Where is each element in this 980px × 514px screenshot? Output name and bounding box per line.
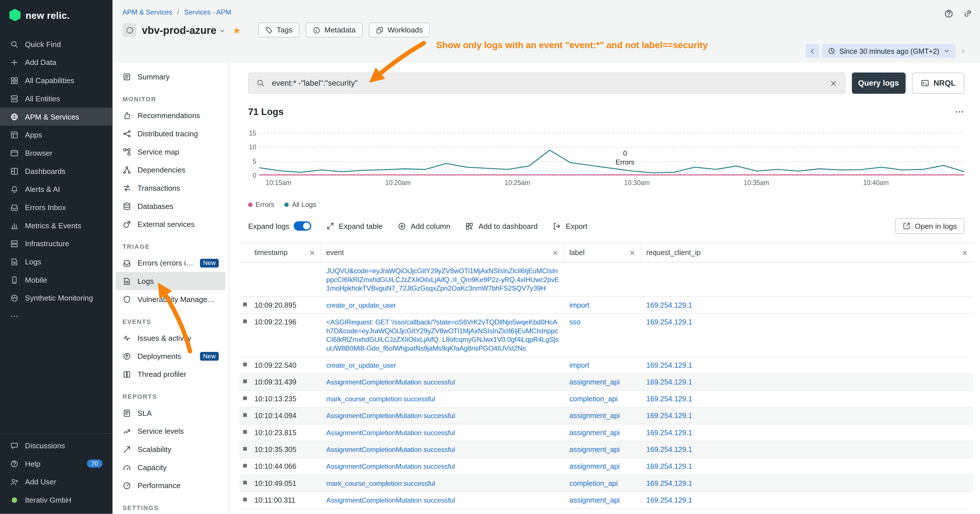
label-link[interactable]: import [570,301,589,309]
breadcrumb-apm-services[interactable]: APM & Services [123,8,172,16]
clear-query-icon[interactable] [829,79,837,88]
favorite-star-icon[interactable]: ★ [232,25,241,35]
sidebar-item-synthetic-monitoring[interactable]: Synthetic Monitoring [0,289,112,307]
subnav-item-transactions[interactable]: Transactions [116,179,226,197]
export-button[interactable]: Export [553,222,587,231]
sidebar-item-logs[interactable]: Logs [0,253,112,271]
legend-errors[interactable]: Errors [248,201,274,208]
ip-link[interactable]: 169.254.129.1 [646,496,692,504]
ip-link[interactable]: 169.254.129.1 [646,361,692,369]
entity-dropdown-chevron-icon[interactable] [219,27,226,34]
tags-button[interactable]: Tags [258,22,299,38]
sidebar-item-more[interactable] [0,307,112,325]
table-row[interactable]: 10:10:35.305AssignmentCompletionMutation… [239,441,973,458]
ip-link[interactable]: 169.254.129.1 [646,301,692,309]
query-logs-button[interactable]: Query logs [852,73,905,94]
event-link[interactable]: mark_course_completion successful [326,479,435,487]
sidebar-item-add-user[interactable]: Add User [0,473,112,491]
subnav-item-summary[interactable]: Summary [116,67,226,86]
column-header-timestamp[interactable]: timestamp [249,243,321,262]
sidebar-item-mobile[interactable]: Mobile [0,271,112,289]
ip-link[interactable]: 169.254.129.1 [646,429,692,436]
subnav-item-service-levels[interactable]: Service levels [116,422,226,440]
subnav-item-databases[interactable]: Databases [116,197,226,215]
ip-link[interactable]: 169.254.129.1 [646,479,692,487]
ip-link[interactable]: 169.254.129.1 [646,378,692,386]
sidebar-item-browser[interactable]: Browser [0,144,112,162]
label-link[interactable]: import [570,361,589,369]
sidebar-item-errors-inbox[interactable]: Errors Inbox [0,198,112,216]
sidebar-item-all-entities[interactable]: All Entities [0,89,112,108]
table-row[interactable]: 10:09:22.540create_or_update_userimport1… [239,357,973,374]
sidebar-item-infrastructure[interactable]: Infrastructure [0,234,112,253]
label-link[interactable]: assignment_api [570,496,620,504]
subnav-item-dependencies[interactable]: Dependencies [116,161,226,179]
table-row[interactable]: JUQVU&code=eyJraWQiOiJjcGItY29yZV8wOTl1M… [239,263,973,297]
table-row[interactable]: 10:09:31.439AssignmentCompletionMutation… [239,374,973,390]
sidebar-item-dashboards[interactable]: Dashboards [0,162,112,180]
remove-column-icon[interactable] [961,249,968,256]
event-link[interactable]: AssignmentCompletionMutation successful [326,463,455,470]
subnav-item-service-map[interactable]: Service map [116,143,226,161]
ip-link[interactable]: 169.254.129.1 [646,395,692,403]
time-back-button[interactable] [805,44,819,58]
more-menu-icon[interactable] [955,107,964,116]
event-link[interactable]: mark_course_completion successful [326,395,435,403]
sidebar-item-all-capabilities[interactable]: All Capabilities [0,71,112,89]
subnav-item-vulnerability-management[interactable]: Vulnerability Management [116,290,226,308]
ip-link[interactable]: 169.254.129.1 [646,446,692,453]
remove-column-icon[interactable] [629,249,636,256]
table-row[interactable]: 10:10:23.815AssignmentCompletionMutation… [239,424,973,441]
ip-link[interactable]: 169.254.129.1 [646,318,692,326]
sidebar-item-discussions[interactable]: Discussions [0,437,112,455]
metadata-button[interactable]: Metadata [305,22,363,38]
add-column-button[interactable]: Add column [398,222,450,231]
breadcrumb-services-apm[interactable]: Services - APM [184,8,231,16]
time-forward-button[interactable] [959,47,967,55]
event-link[interactable]: AssignmentCompletionMutation successful [326,412,455,419]
expand-logs-control[interactable]: Expand logs [248,221,311,231]
legend-all-logs[interactable]: All Logs [284,201,316,208]
subnav-item-distributed-tracing[interactable]: Distributed tracing [116,124,226,143]
ip-link[interactable]: 169.254.129.1 [646,463,692,470]
query-input[interactable] [270,78,824,88]
table-row[interactable]: 10:10:44.066AssignmentCompletionMutation… [239,458,973,475]
subnav-item-recommendations[interactable]: Recommendations [116,106,226,124]
table-row[interactable]: 10:10:13.235mark_course_completion succe… [239,391,973,407]
column-header-request-client-ip[interactable]: request_client_ip [641,243,973,262]
label-link[interactable]: assignment_api [570,412,620,419]
table-row[interactable]: 10:10:14.094AssignmentCompletionMutation… [239,407,973,424]
subnav-item-thread-profiler[interactable]: Thread profiler [116,365,226,384]
event-link[interactable]: create_or_update_user [326,301,396,309]
subnav-item-deployments[interactable]: DeploymentsNew [116,347,226,365]
subnav-item-external-services[interactable]: External services [116,215,226,233]
subnav-item-scalability[interactable]: Scalability [116,440,226,458]
sidebar-item-iterativ-gmbh[interactable]: Iterativ GmbH [0,491,112,509]
label-link[interactable]: assignment_api [570,378,620,386]
sidebar-item-apm-services[interactable]: APM & Services [0,108,112,126]
time-picker[interactable]: Since 30 minutes ago (GMT+2) [822,44,956,58]
sidebar-item-alerts-ai[interactable]: Alerts & AI [0,180,112,198]
sidebar-item-apps[interactable]: Apps [0,126,112,144]
table-row[interactable]: 10:11:00.311AssignmentCompletionMutation… [239,492,973,509]
sidebar-item-quick-find[interactable]: Quick Find [0,35,112,53]
label-link[interactable]: sso [570,318,581,326]
query-input-box[interactable] [248,73,845,94]
sidebar-item-help[interactable]: Help70 [0,455,112,473]
open-in-logs-button[interactable]: Open in logs [895,218,964,234]
label-link[interactable]: assignment_api [570,429,620,436]
workloads-button[interactable]: Workloads [369,22,430,38]
subnav-item-errors-errors-inb[interactable]: Errors (errors inb...New [116,254,226,272]
remove-column-icon[interactable] [309,249,315,256]
expand-table-button[interactable]: Expand table [326,222,383,231]
column-header-event[interactable]: event [321,243,564,262]
subnav-item-sla[interactable]: SLA [116,404,226,422]
add-to-dashboard-button[interactable]: Add to dashboard [465,222,538,231]
subnav-item-issues-activity[interactable]: Issues & activity [116,329,226,347]
label-link[interactable]: assignment_api [570,446,620,453]
event-link[interactable]: AssignmentCompletionMutation successful [326,496,455,504]
subnav-item-capacity[interactable]: Capacity [116,458,226,476]
expand-logs-toggle[interactable] [294,221,311,231]
column-header-label[interactable]: label [564,243,641,262]
label-link[interactable]: completion_api [570,479,618,487]
